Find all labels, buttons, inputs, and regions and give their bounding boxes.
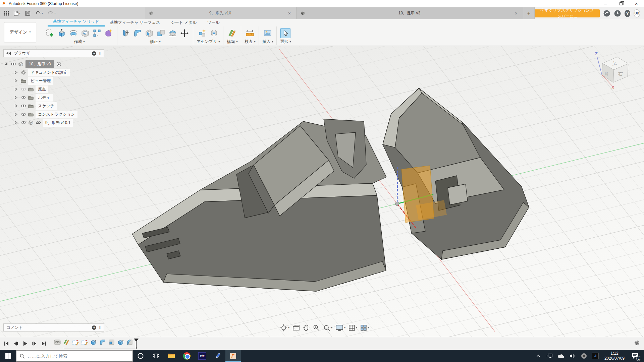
play-icon[interactable] [21,340,29,347]
redo-icon[interactable]: ▾ [48,11,56,16]
chevron-right-icon[interactable] [13,70,19,75]
new-tab-button[interactable]: + [523,7,535,19]
combine-icon[interactable] [156,28,166,38]
extrude-feature-icon[interactable] [117,339,124,346]
create-form-icon[interactable] [104,28,114,38]
look-at-icon[interactable] [292,325,300,331]
construction-plane-feature-icon[interactable] [63,339,70,346]
comment-input[interactable] [6,325,89,330]
app-grid-icon[interactable] [4,11,9,16]
tree-item-label[interactable]: ドキュメントの設定 [28,69,70,76]
tab-close-icon[interactable]: × [514,11,519,16]
group-label-select[interactable]: 選択▾ [280,39,291,45]
cortana-icon[interactable] [133,350,148,362]
file-menu-icon[interactable]: ▾ [14,11,20,16]
sketch-feature-icon[interactable] [72,339,79,346]
action-center-icon[interactable]: 1 [629,350,642,362]
ribbon-tab-solid[interactable]: 基準フィーチャ ソリッド [48,19,105,26]
undo-icon[interactable]: ▾ [35,11,43,16]
browser-header[interactable]: ブラウザ − ‖ [3,49,104,57]
skip-to-start-icon[interactable] [3,340,10,347]
notification-clock-icon[interactable] [614,10,621,17]
origin-point[interactable] [395,202,399,206]
user-avatar[interactable]: DD [634,9,640,17]
hole-icon[interactable] [80,28,90,38]
document-tab-foot-active[interactable]: 10、足甲 v3 × [297,7,523,19]
orbit-icon[interactable]: ▾ [280,324,289,331]
taskbar-search[interactable] [16,350,133,362]
eye-icon[interactable] [21,103,26,109]
fillet-feature-icon[interactable] [99,339,106,346]
chevron-right-icon[interactable] [13,103,19,109]
joint-icon[interactable] [209,28,219,38]
subscription-button[interactable]: 今すぐサブスクリプションメンバーに... [535,9,600,17]
zoom-icon[interactable] [313,324,320,331]
task-view-icon[interactable] [148,350,164,362]
collapse-all-icon[interactable]: − [92,51,96,56]
onedrive-cloud-icon[interactable] [556,350,566,362]
split-body-icon[interactable] [168,28,178,38]
tree-item-label[interactable]: ボディ [36,94,53,102]
expand-arrow-icon[interactable] [3,61,9,67]
timeline-scrubber[interactable] [134,339,139,349]
link-feature-icon[interactable] [54,339,61,346]
display-settings-icon[interactable]: ▾ [335,324,345,331]
tray-j-app-icon[interactable]: J [590,350,600,362]
tree-item-origin[interactable]: 原点 [13,85,104,93]
chevron-right-icon[interactable] [13,120,19,125]
save-icon[interactable] [25,11,30,16]
group-label-inspect[interactable]: 検査▾ [245,39,255,45]
tree-item-label[interactable]: 原点 [36,85,48,93]
chevron-right-icon[interactable] [13,86,19,92]
skip-to-end-icon[interactable] [40,340,48,347]
viewports-icon[interactable]: ▾ [360,324,369,331]
press-pull-icon[interactable] [121,28,131,38]
browser-root-row[interactable]: 10、足甲 v3 [3,60,104,68]
group-label-modify[interactable]: 修正▾ [150,39,160,45]
tree-item-construction[interactable]: コンストラクション [13,110,104,118]
eye-icon[interactable] [11,61,16,67]
pattern-icon[interactable] [92,28,102,38]
start-button[interactable] [0,350,16,362]
vix-icon[interactable]: ViX [195,350,210,362]
panel-grip[interactable]: ‖ [99,325,101,329]
volume-icon[interactable] [568,350,578,362]
ribbon-tab-tools[interactable]: ツール [202,20,225,26]
sketch-feature-icon[interactable] [81,339,88,346]
measure-icon[interactable] [245,28,255,38]
timeline-settings-gear-icon[interactable] [634,340,640,347]
job-status-icon[interactable] [603,10,610,17]
grid-display-icon[interactable]: ▾ [348,324,357,331]
collapse-panel-icon[interactable] [6,52,11,55]
construction-plane-icon[interactable] [227,28,237,38]
document-tab-toe[interactable]: 9、爪先 v10 × [145,7,297,19]
step-back-icon[interactable] [12,340,19,347]
tree-item-label[interactable]: ビュー管理 [28,77,53,85]
minimize-button[interactable]: – [598,0,613,7]
workspace-selector[interactable]: デザイン▾ [4,22,36,42]
select-tool-icon[interactable] [280,28,290,38]
solid-feature-icon[interactable] [108,339,115,346]
view-cube[interactable]: Z 上 右 前 X [592,50,637,89]
pencil-app-icon[interactable] [210,350,225,362]
chrome-icon[interactable] [179,350,195,362]
group-label-construct[interactable]: 構築▾ [227,39,237,45]
activate-radio-icon[interactable] [56,61,61,67]
tray-chevron-up-icon[interactable] [533,350,543,362]
extrude-icon[interactable] [57,28,67,38]
chevron-right-icon[interactable] [13,78,19,83]
extrude-feature-icon[interactable] [90,339,97,346]
search-input[interactable] [28,354,129,359]
tree-item-label[interactable]: コンストラクション [36,111,77,118]
ribbon-tab-surface[interactable]: 基準フィーチャ サーフェス [105,20,166,26]
close-button[interactable]: × [629,0,644,7]
root-component-label[interactable]: 10、足甲 v3 [25,60,54,68]
move-icon[interactable] [179,28,190,38]
tray-x-circle-icon[interactable] [579,350,589,362]
panel-grip[interactable]: ‖ [99,51,101,55]
add-comment-icon[interactable]: + [92,325,96,330]
group-label-create[interactable]: 作成▾ [74,39,85,45]
fit-icon[interactable]: ▾ [323,324,332,331]
new-component-icon[interactable] [197,28,207,38]
network-icon[interactable] [545,350,555,362]
